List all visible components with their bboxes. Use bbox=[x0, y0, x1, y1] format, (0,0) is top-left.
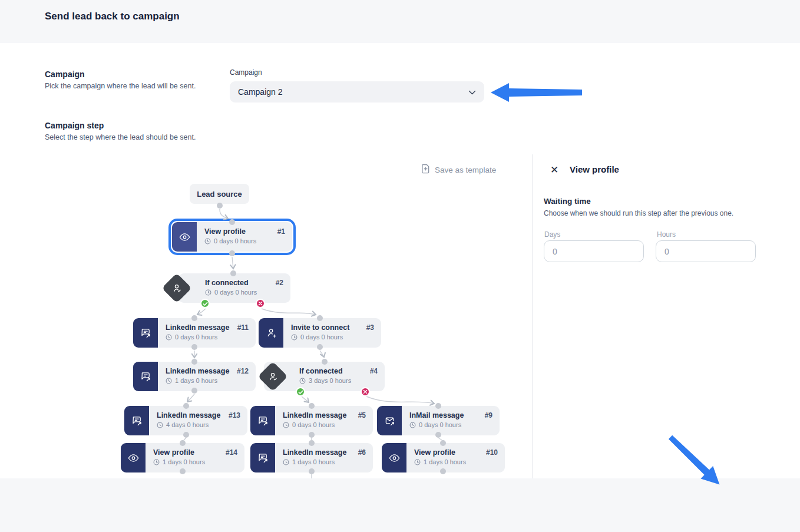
step-number: #10 bbox=[486, 448, 498, 457]
clock-icon bbox=[205, 289, 211, 296]
flow-step-node[interactable]: LinkedIn message #6 1 days 0 hours bbox=[250, 443, 373, 472]
campaign-select-value: Campaign 2 bbox=[238, 87, 468, 97]
step-title: View profile bbox=[204, 227, 246, 236]
lead-source-node: Lead source bbox=[190, 184, 249, 204]
step-title: View profile bbox=[153, 448, 194, 457]
flow-step-node[interactable]: LinkedIn message #12 1 days 0 hours bbox=[133, 362, 256, 391]
save-as-template-button[interactable]: Save as template bbox=[421, 164, 496, 176]
clock-icon bbox=[153, 459, 160, 465]
eye-icon bbox=[127, 452, 140, 464]
step-title: LinkedIn message bbox=[283, 448, 346, 457]
clock-icon bbox=[291, 334, 297, 341]
step-title: If connected bbox=[205, 279, 249, 287]
eye-icon bbox=[388, 452, 401, 464]
branch-yes-icon bbox=[200, 299, 210, 308]
step-body: LinkedIn message #6 1 days 0 hours bbox=[275, 443, 373, 472]
step-body: LinkedIn message #11 0 days 0 hours bbox=[158, 318, 256, 348]
step-number: #5 bbox=[358, 411, 366, 419]
person-check-icon bbox=[267, 371, 279, 383]
chat-send-icon bbox=[131, 415, 143, 427]
step-title: If connected bbox=[299, 367, 343, 375]
step-delay: 0 days 0 hours bbox=[409, 421, 492, 428]
branch-no-icon bbox=[256, 299, 265, 308]
step-title: View profile bbox=[414, 448, 455, 457]
campaign-section-description: Pick the campaign where the lead will be… bbox=[45, 82, 196, 90]
step-number: #3 bbox=[366, 323, 374, 332]
condition-diamond-icon bbox=[258, 362, 288, 392]
step-icon bbox=[133, 318, 158, 348]
step-body: LinkedIn message #5 0 days 0 hours bbox=[275, 406, 373, 435]
person-plus-icon bbox=[265, 327, 277, 339]
flow-step-node[interactable]: View profile #1 0 days 0 hours bbox=[172, 222, 292, 252]
waiting-time-description: Choose when we should run this step afte… bbox=[544, 209, 733, 217]
step-body: LinkedIn message #12 1 days 0 hours bbox=[158, 362, 256, 391]
clock-icon bbox=[166, 334, 172, 341]
step-number: #4 bbox=[370, 367, 378, 375]
step-delay: 1 days 0 hours bbox=[153, 458, 237, 465]
step-delay: 1 days 0 hours bbox=[283, 458, 366, 465]
waiting-time-title: Waiting time bbox=[544, 197, 591, 206]
branch-no-icon bbox=[361, 387, 370, 396]
step-title: InMail message bbox=[409, 411, 464, 419]
flow-step-node[interactable]: LinkedIn message #13 4 days 0 hours bbox=[124, 406, 247, 435]
step-icon bbox=[172, 222, 197, 252]
step-delay: 0 days 0 hours bbox=[283, 421, 366, 428]
hours-input[interactable] bbox=[656, 240, 756, 262]
step-number: #14 bbox=[226, 448, 237, 457]
step-title: LinkedIn message bbox=[166, 323, 229, 332]
send-lead-modal: Send lead back to campaign Campaign Pick… bbox=[0, 0, 800, 532]
clock-icon bbox=[283, 459, 289, 465]
step-icon bbox=[259, 318, 283, 348]
step-delay: 0 days 0 hours bbox=[205, 289, 283, 296]
flow-step-node[interactable]: LinkedIn message #11 0 days 0 hours bbox=[133, 318, 256, 348]
step-icon bbox=[124, 406, 149, 435]
clock-icon bbox=[157, 422, 163, 428]
mail-send-icon bbox=[384, 415, 396, 427]
step-body: Invite to connect #3 0 days 0 hours bbox=[283, 318, 381, 348]
campaign-step-section-label: Campaign step bbox=[45, 121, 104, 130]
arrow-to-campaign-select bbox=[491, 83, 582, 102]
campaign-field-label: Campaign bbox=[230, 68, 262, 77]
step-number: #1 bbox=[277, 227, 285, 236]
step-body: InMail message #9 0 days 0 hours bbox=[402, 406, 500, 435]
step-body: View profile #14 1 days 0 hours bbox=[146, 443, 244, 472]
flow-step-node[interactable]: InMail message #9 0 days 0 hours bbox=[377, 406, 500, 435]
step-delay: 1 days 0 hours bbox=[414, 458, 498, 465]
step-title: LinkedIn message bbox=[283, 411, 346, 419]
days-input[interactable] bbox=[544, 240, 644, 262]
step-number: #2 bbox=[276, 279, 283, 287]
clock-icon bbox=[409, 422, 416, 428]
flow-step-node[interactable]: LinkedIn message #5 0 days 0 hours bbox=[250, 406, 373, 435]
file-plus-icon bbox=[421, 164, 430, 176]
clock-icon bbox=[204, 238, 211, 244]
step-number: #13 bbox=[229, 411, 240, 419]
close-icon[interactable]: ✕ bbox=[548, 164, 560, 176]
chat-send-icon bbox=[257, 452, 269, 464]
step-delay: 1 days 0 hours bbox=[166, 377, 249, 384]
clock-icon bbox=[414, 459, 421, 465]
flow-step-node[interactable]: View profile #10 1 days 0 hours bbox=[382, 443, 505, 472]
modal-header: Send lead back to campaign bbox=[0, 0, 800, 43]
step-icon bbox=[377, 406, 402, 435]
flow-step-node[interactable]: View profile #14 1 days 0 hours bbox=[121, 443, 244, 472]
panel-divider bbox=[532, 154, 533, 478]
step-icon bbox=[382, 443, 406, 472]
campaign-section-label: Campaign bbox=[45, 70, 85, 79]
save-as-template-label: Save as template bbox=[435, 166, 496, 174]
step-body: LinkedIn message #13 4 days 0 hours bbox=[149, 406, 247, 435]
modal-footer: Cancel Send bbox=[0, 478, 800, 532]
step-title: Invite to connect bbox=[291, 323, 349, 332]
panel-title: View profile bbox=[570, 164, 619, 174]
campaign-select[interactable]: Campaign 2 bbox=[230, 81, 484, 103]
flow-step-node[interactable]: If connected #2 0 days 0 hours bbox=[178, 273, 290, 303]
step-delay: 0 days 0 hours bbox=[204, 237, 285, 244]
step-body: View profile #1 0 days 0 hours bbox=[197, 222, 292, 252]
clock-icon bbox=[299, 378, 306, 384]
chevron-down-icon bbox=[468, 87, 476, 97]
step-icon bbox=[250, 406, 275, 435]
step-body: If connected #2 0 days 0 hours bbox=[197, 273, 290, 303]
flow-step-node[interactable]: Invite to connect #3 0 days 0 hours bbox=[259, 318, 381, 348]
chat-send-icon bbox=[140, 327, 152, 339]
hours-label: Hours bbox=[657, 230, 676, 239]
step-delay: 4 days 0 hours bbox=[157, 421, 240, 428]
